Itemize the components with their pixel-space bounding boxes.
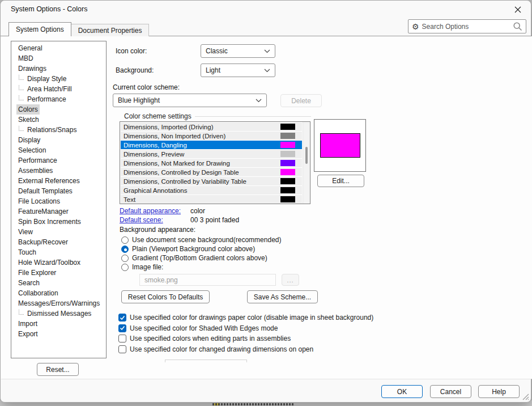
background-appearance-radios: Use document scene background(recommende… (121, 235, 281, 272)
tree-item[interactable]: Dismissed Messages (11, 308, 106, 319)
tree-item[interactable]: Messages/Errors/Warnings (11, 298, 106, 308)
tabstrip: System Options Document Properties (8, 22, 149, 36)
tree-item[interactable]: Assemblies (11, 166, 106, 176)
tree-item[interactable]: Backup/Recover (11, 237, 106, 247)
chevron-down-icon (264, 69, 270, 73)
default-scene-value: 00 3 point faded (190, 216, 239, 224)
color-preview-chip (320, 133, 360, 158)
radio-option[interactable]: Image file: (121, 263, 281, 272)
tree-item[interactable]: Spin Box Increments (11, 217, 106, 227)
tree-item[interactable]: Display (11, 135, 106, 145)
tree-item[interactable]: View (11, 227, 106, 237)
tree-branch-line (19, 95, 24, 100)
tab[interactable]: Document Properties (71, 24, 150, 36)
color-swatch (280, 196, 295, 202)
radio-option[interactable]: Use document scene background(recommende… (121, 235, 281, 244)
options-checkboxes: Use specified color for drawings paper c… (118, 312, 373, 354)
search-input[interactable] (422, 23, 513, 31)
search-icon (513, 22, 522, 31)
footer-divider (1, 379, 531, 379)
tree-item[interactable]: Area Hatch/Fill (11, 84, 106, 94)
tree-item[interactable]: Collaboration (11, 288, 106, 298)
edit-color-button[interactable]: Edit... (317, 175, 364, 187)
scheme-setting-row[interactable]: Dimensions, Controlled by Variability Ta… (121, 177, 302, 185)
default-appearance-link[interactable]: Default appearance: (120, 207, 181, 215)
delete-button[interactable]: Delete (280, 94, 322, 107)
tree-item[interactable]: Relations/Snaps (11, 125, 106, 135)
scheme-setting-row[interactable]: Dimensions, Dangling (121, 141, 302, 149)
tree-item[interactable]: Search (11, 278, 106, 288)
icon-color-label: Icon color: (116, 47, 147, 55)
tree-item[interactable]: FeatureManager (11, 206, 106, 217)
checkbox-option[interactable]: Use specified colors when editing parts … (118, 333, 373, 344)
tree-item[interactable]: Export (11, 329, 106, 339)
color-swatch (280, 178, 295, 184)
radio-icon (121, 255, 129, 262)
checkbox-option[interactable]: Use specified color for Shaded With Edge… (118, 323, 373, 334)
tree-branch-line (19, 126, 24, 131)
tree-item[interactable]: Import (11, 319, 106, 329)
tab-page: General MBD Drawings Display Style Area … (1, 36, 532, 379)
checkbox-icon (118, 324, 126, 332)
tree-item[interactable]: Drawings (11, 64, 106, 74)
image-file-input[interactable] (139, 274, 276, 286)
color-swatch (280, 169, 295, 175)
list-scrollbar[interactable] (303, 122, 310, 204)
tree-item[interactable]: Performance (11, 155, 106, 166)
color-swatch (280, 124, 295, 130)
tree-item[interactable]: File Locations (11, 196, 106, 206)
tree-item[interactable]: Display Style (11, 74, 106, 84)
tree-branch-line (19, 310, 24, 315)
tree-item[interactable]: External References (11, 176, 106, 186)
clipped-control (165, 360, 247, 362)
close-button[interactable] (512, 3, 524, 16)
tree-item[interactable]: Hole Wizard/Toolbox (11, 257, 106, 268)
checkbox-option[interactable]: Use specified color for drawings paper c… (118, 312, 373, 323)
scrollbar-thumb[interactable] (305, 147, 308, 164)
scheme-setting-row[interactable]: Text (121, 195, 302, 204)
ok-button[interactable]: OK (381, 385, 423, 398)
tree-item[interactable]: Default Templates (11, 186, 106, 196)
scheme-setting-row[interactable]: Dimensions, Imported (Driving) (121, 122, 302, 131)
tree-item[interactable]: General (11, 43, 106, 53)
resize-grip[interactable] (522, 393, 529, 400)
tree-item[interactable]: Performance (11, 94, 106, 104)
tree-item[interactable]: MBD (11, 53, 106, 64)
save-as-scheme-button[interactable]: Save As Scheme... (247, 290, 318, 303)
scheme-setting-row[interactable]: Dimensions, Controlled by Design Table (121, 168, 302, 176)
cancel-button[interactable]: Cancel (430, 385, 471, 398)
scheme-settings-list: Dimensions, Imported (Driving) Dimension… (120, 121, 310, 204)
default-appearance-value: color (190, 207, 205, 215)
default-scene-link[interactable]: Default scene: (120, 216, 163, 224)
scheme-setting-row[interactable]: Graphical Annotations (121, 186, 302, 194)
checkbox-option[interactable]: Use specified color for changed drawing … (118, 344, 373, 355)
reset-button[interactable]: Reset... (37, 363, 79, 376)
radio-option[interactable]: Gradient (Top/Bottom Gradient colors abo… (121, 253, 281, 263)
color-swatch (280, 187, 295, 193)
browse-button[interactable]: ... (282, 274, 299, 286)
desktop-fragment (212, 403, 295, 405)
tree-item[interactable]: Colors (11, 104, 106, 115)
icon-color-select[interactable]: Classic (201, 44, 275, 58)
search-options-box[interactable]: ⚙ (408, 19, 526, 33)
radio-option[interactable]: Plain (Viewport Background color above) (121, 244, 281, 253)
tree-branch-line (19, 85, 24, 90)
radio-icon (121, 246, 129, 253)
scheme-setting-row[interactable]: Dimensions, Not Marked for Drawing (121, 159, 302, 167)
help-button[interactable]: Help (478, 385, 520, 398)
tree-item[interactable]: File Explorer (11, 268, 106, 278)
color-swatch (280, 142, 295, 148)
scheme-setting-row[interactable]: Dimensions, Non Imported (Driven) (121, 132, 302, 140)
background-label: Background: (116, 66, 154, 74)
dialog-title: System Options - Colors (11, 5, 87, 13)
chevron-down-icon (256, 99, 262, 103)
reset-colors-button[interactable]: Reset Colors To Defaults (121, 290, 210, 303)
color-scheme-select[interactable]: Blue Highlight (113, 94, 267, 107)
radio-icon (121, 236, 129, 244)
scheme-setting-row[interactable]: Dimensions, Preview (121, 150, 302, 158)
tree-item[interactable]: Sketch (11, 115, 106, 125)
tab[interactable]: System Options (8, 22, 71, 36)
background-select[interactable]: Light (201, 64, 275, 77)
tree-item[interactable]: Selection (11, 145, 106, 155)
tree-item[interactable]: Touch (11, 247, 106, 257)
